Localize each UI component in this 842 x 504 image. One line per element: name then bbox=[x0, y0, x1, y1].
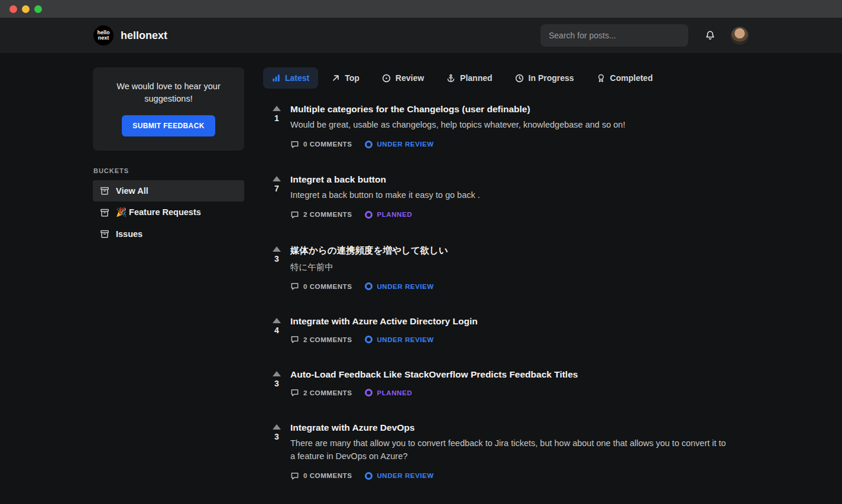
post-meta: 2 COMMENTS UNDER REVIEW bbox=[290, 335, 731, 344]
hellonext-logo: hello next bbox=[93, 25, 114, 45]
search-box bbox=[540, 24, 688, 47]
app-header: hello next hellonext bbox=[0, 18, 842, 53]
status-tab[interactable]: Top bbox=[323, 67, 368, 89]
comments-label: 0 COMMENTS bbox=[303, 141, 352, 148]
vote-count: 1 bbox=[274, 113, 279, 123]
post-title[interactable]: 媒体からの連携頻度を増やして欲しい bbox=[290, 245, 731, 257]
status-tab[interactable]: Completed bbox=[588, 67, 662, 89]
brand-home-link[interactable]: hello next hellonext bbox=[93, 25, 167, 45]
post-body: 媒体からの連携頻度を増やして欲しい 特に午前中 0 COMMENTS UNDER… bbox=[290, 245, 731, 291]
upvote-button[interactable]: 1 bbox=[263, 104, 290, 149]
comments-label: 0 COMMENTS bbox=[303, 283, 352, 290]
bucket-icon bbox=[100, 208, 109, 217]
comments-count: 0 COMMENTS bbox=[290, 282, 352, 291]
status-label: UNDER REVIEW bbox=[377, 283, 433, 290]
post-body: Integrate with Azure DevOps There are ma… bbox=[290, 422, 731, 480]
upvote-button[interactable]: 3 bbox=[263, 369, 290, 397]
upvote-button[interactable]: 7 bbox=[263, 174, 290, 219]
tab-label: Review bbox=[396, 73, 424, 83]
post-item: 3 Auto-Load Feedback Like StackOverflow … bbox=[263, 369, 749, 397]
post-item: 3 媒体からの連携頻度を増やして欲しい 特に午前中 0 COMMENTS bbox=[263, 245, 749, 291]
status-badge: PLANNED bbox=[365, 211, 412, 219]
post-title[interactable]: Integrate with Azure DevOps bbox=[290, 422, 731, 433]
post-description: Would be great, usable as changelogs, he… bbox=[290, 119, 731, 132]
buckets-heading: BUCKETS bbox=[93, 167, 244, 174]
status-ring-icon bbox=[365, 141, 373, 148]
bucket-label: 🎉 Feature Requests bbox=[116, 207, 201, 217]
comments-label: 2 COMMENTS bbox=[303, 389, 352, 396]
sidebar-bucket-item[interactable]: Issues bbox=[93, 223, 244, 245]
close-window-button[interactable] bbox=[9, 5, 17, 13]
status-ring-icon bbox=[365, 336, 373, 343]
vote-count: 3 bbox=[274, 254, 279, 264]
buckets-list: View All 🎉 Feature Requests Issues bbox=[93, 180, 244, 245]
vote-count: 3 bbox=[274, 379, 279, 388]
upvote-button[interactable]: 4 bbox=[263, 316, 290, 344]
post-meta: 0 COMMENTS UNDER REVIEW bbox=[290, 472, 731, 480]
upvote-arrow-icon bbox=[273, 371, 281, 376]
post-body: Multiple categories for the Changelogs (… bbox=[290, 104, 731, 149]
status-label: UNDER REVIEW bbox=[377, 336, 433, 343]
tab-label: In Progress bbox=[529, 73, 574, 83]
window-titlebar bbox=[0, 0, 842, 18]
tab-label: Completed bbox=[610, 73, 653, 83]
cta-text: We would love to hear your suggestions! bbox=[105, 80, 232, 105]
post-title[interactable]: Integrate with Azure Active Directory Lo… bbox=[290, 316, 731, 327]
post-title[interactable]: Integret a back button bbox=[290, 174, 731, 185]
comments-label: 2 COMMENTS bbox=[303, 211, 352, 218]
status-tab[interactable]: In Progress bbox=[506, 67, 583, 89]
upvote-arrow-icon bbox=[273, 176, 281, 181]
status-label: PLANNED bbox=[377, 389, 412, 396]
comment-icon bbox=[290, 472, 299, 480]
comment-icon bbox=[290, 282, 299, 291]
status-badge: UNDER REVIEW bbox=[365, 472, 433, 480]
post-description: 特に午前中 bbox=[290, 261, 731, 274]
anchor-icon bbox=[446, 74, 455, 83]
zoom-window-button[interactable] bbox=[34, 5, 42, 13]
post-title[interactable]: Auto-Load Feedback Like StackOverflow Pr… bbox=[290, 369, 731, 380]
post-meta: 0 COMMENTS UNDER REVIEW bbox=[290, 282, 731, 291]
feedback-cta-card: We would love to hear your suggestions! … bbox=[93, 67, 244, 151]
bucket-icon bbox=[100, 186, 109, 196]
sidebar-bucket-item[interactable]: View All bbox=[93, 180, 244, 201]
minimize-window-button[interactable] bbox=[22, 5, 30, 13]
comments-count: 2 COMMENTS bbox=[290, 335, 352, 344]
comments-label: 2 COMMENTS bbox=[303, 336, 352, 343]
upvote-arrow-icon bbox=[273, 424, 281, 430]
logo-text-line2: next bbox=[98, 35, 109, 41]
status-label: UNDER REVIEW bbox=[377, 472, 433, 479]
comment-icon bbox=[290, 210, 299, 219]
search-input[interactable] bbox=[540, 24, 688, 47]
review-circle-icon bbox=[382, 74, 391, 83]
submit-feedback-button[interactable]: SUBMIT FEEDBACK bbox=[122, 115, 215, 136]
post-title[interactable]: Multiple categories for the Changelogs (… bbox=[290, 104, 731, 115]
upvote-arrow-icon bbox=[273, 106, 281, 111]
post-item: 7 Integret a back button Integret a back… bbox=[263, 174, 749, 219]
bucket-icon bbox=[100, 229, 109, 239]
post-meta: 2 COMMENTS PLANNED bbox=[290, 210, 731, 219]
bucket-label: Issues bbox=[116, 229, 143, 239]
status-tab[interactable]: Latest bbox=[263, 67, 318, 89]
post-body: Integrate with Azure Active Directory Lo… bbox=[290, 316, 731, 344]
avatar[interactable] bbox=[731, 27, 749, 44]
vote-count: 7 bbox=[274, 184, 279, 193]
bell-icon[interactable] bbox=[705, 30, 715, 41]
bar-chart-icon bbox=[272, 74, 280, 82]
upvote-button[interactable]: 3 bbox=[263, 422, 290, 480]
upvote-button[interactable]: 3 bbox=[263, 245, 290, 291]
status-badge: UNDER REVIEW bbox=[365, 282, 433, 290]
tab-label: Top bbox=[345, 73, 360, 83]
status-ring-icon bbox=[365, 389, 373, 396]
post-meta: 2 COMMENTS PLANNED bbox=[290, 388, 731, 397]
post-item: 4 Integrate with Azure Active Directory … bbox=[263, 316, 749, 344]
status-label: UNDER REVIEW bbox=[377, 141, 433, 148]
brand-name: hellonext bbox=[121, 30, 167, 42]
status-tab[interactable]: Planned bbox=[438, 67, 501, 89]
sidebar-bucket-item[interactable]: 🎉 Feature Requests bbox=[93, 201, 244, 223]
comments-count: 2 COMMENTS bbox=[290, 388, 352, 397]
sidebar: We would love to hear your suggestions! … bbox=[93, 67, 244, 504]
arrow-up-right-icon bbox=[332, 74, 340, 82]
upvote-arrow-icon bbox=[273, 246, 281, 252]
clock-icon bbox=[515, 74, 524, 83]
status-tab[interactable]: Review bbox=[373, 67, 433, 89]
